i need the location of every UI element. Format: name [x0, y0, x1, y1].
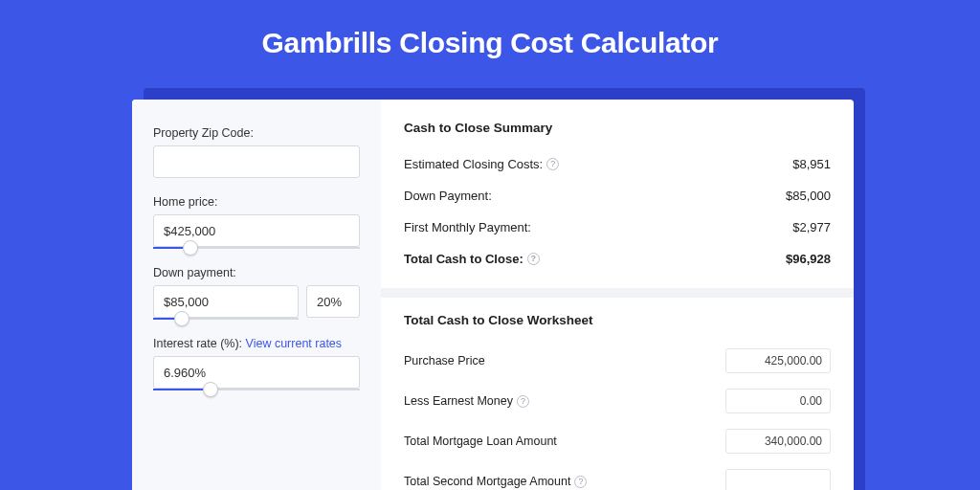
worksheet-heading: Total Cash to Close Worksheet — [404, 313, 831, 327]
down-payment-slider[interactable] — [153, 318, 299, 320]
calculator-card: Property Zip Code: Home price: Down paym… — [132, 100, 854, 490]
zip-field: Property Zip Code: — [153, 126, 360, 178]
section-divider — [381, 288, 854, 298]
worksheet-label: Purchase Price — [404, 354, 485, 368]
down-payment-field: Down payment: — [153, 266, 360, 320]
down-payment-pct-input[interactable] — [306, 285, 360, 318]
worksheet-row: Less Earnest Money? — [404, 381, 831, 421]
summary-label-text: Down Payment: — [404, 189, 492, 203]
worksheet-label-text: Total Second Mortgage Amount — [404, 475, 570, 488]
summary-row: First Monthly Payment:$2,977 — [404, 212, 831, 243]
input-sidebar: Property Zip Code: Home price: Down paym… — [132, 100, 381, 490]
summary-list: Estimated Closing Costs:?$8,951Down Paym… — [404, 148, 831, 275]
view-rates-link[interactable]: View current rates — [246, 337, 343, 350]
help-icon[interactable]: ? — [546, 158, 559, 170]
home-price-label: Home price: — [153, 195, 360, 209]
worksheet-list: Purchase PriceLess Earnest Money?Total M… — [404, 341, 831, 490]
summary-heading: Cash to Close Summary — [404, 121, 831, 135]
zip-input[interactable] — [153, 145, 360, 178]
worksheet-row: Total Mortgage Loan Amount — [404, 421, 831, 461]
help-icon[interactable]: ? — [527, 253, 540, 265]
worksheet-label: Total Mortgage Loan Amount — [404, 434, 557, 448]
page-title: Gambrills Closing Cost Calculator — [0, 0, 980, 78]
summary-label-text: First Monthly Payment: — [404, 220, 531, 234]
worksheet-label-text: Less Earnest Money — [404, 394, 513, 408]
interest-rate-label: Interest rate (%): View current rates — [153, 337, 360, 350]
slider-fill — [153, 389, 211, 390]
worksheet-value-input[interactable] — [725, 469, 831, 490]
worksheet-label-text: Total Mortgage Loan Amount — [404, 434, 557, 448]
home-price-field: Home price: — [153, 195, 360, 249]
down-payment-input[interactable] — [153, 285, 299, 318]
summary-label: Total Cash to Close:? — [404, 252, 540, 266]
summary-value: $85,000 — [786, 189, 831, 203]
worksheet-value-input[interactable] — [725, 389, 831, 413]
summary-label: First Monthly Payment: — [404, 220, 531, 234]
slider-thumb[interactable] — [203, 382, 218, 397]
worksheet-label-text: Purchase Price — [404, 354, 485, 368]
help-icon[interactable]: ? — [574, 476, 587, 488]
down-payment-label: Down payment: — [153, 266, 360, 279]
worksheet-label: Less Earnest Money? — [404, 394, 529, 408]
summary-label: Down Payment: — [404, 189, 492, 203]
slider-thumb[interactable] — [183, 240, 198, 256]
summary-row: Total Cash to Close:?$96,928 — [404, 243, 831, 275]
results-panel: Cash to Close Summary Estimated Closing … — [381, 100, 854, 490]
interest-rate-slider[interactable] — [153, 389, 360, 390]
zip-label: Property Zip Code: — [153, 126, 360, 140]
worksheet-row: Purchase Price — [404, 341, 831, 381]
slider-thumb[interactable] — [174, 311, 189, 326]
summary-label: Estimated Closing Costs:? — [404, 157, 559, 171]
interest-rate-field: Interest rate (%): View current rates — [153, 337, 360, 390]
worksheet-row: Total Second Mortgage Amount? — [404, 461, 831, 490]
summary-row: Down Payment:$85,000 — [404, 180, 831, 212]
summary-label-text: Estimated Closing Costs: — [404, 157, 543, 171]
interest-rate-input[interactable] — [153, 356, 360, 389]
rate-label-text: Interest rate (%): — [153, 337, 246, 350]
summary-row: Estimated Closing Costs:?$8,951 — [404, 148, 831, 180]
home-price-slider[interactable] — [153, 247, 360, 249]
worksheet-value-input[interactable] — [725, 429, 831, 454]
help-icon[interactable]: ? — [517, 395, 529, 408]
summary-value: $2,977 — [792, 220, 831, 234]
worksheet-label: Total Second Mortgage Amount? — [404, 475, 587, 488]
summary-label-text: Total Cash to Close: — [404, 252, 523, 266]
summary-value: $8,951 — [792, 157, 831, 171]
summary-value: $96,928 — [786, 252, 831, 266]
worksheet-value-input[interactable] — [725, 348, 831, 373]
